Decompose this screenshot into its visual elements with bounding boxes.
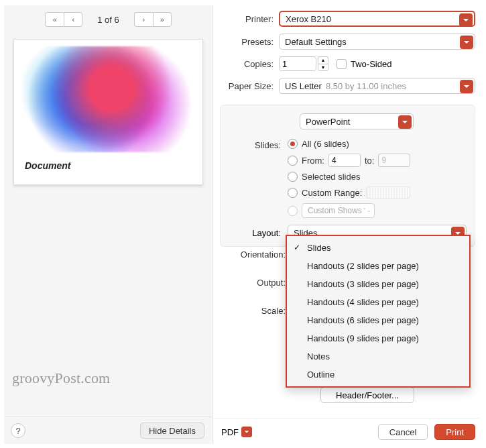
dropdown-caret-icon	[460, 36, 473, 49]
copies-stepper[interactable]: ▲▼	[318, 56, 328, 71]
presets-label: Presets:	[220, 37, 279, 47]
from-label: From:	[302, 156, 324, 166]
layout-option[interactable]: Slides	[287, 239, 469, 257]
presets-select[interactable]: Default Settings	[279, 34, 475, 50]
custom-shows-select: Custom Shows	[302, 203, 375, 218]
prev-page-button[interactable]: ‹	[64, 12, 82, 27]
print-button[interactable]: Print	[434, 424, 475, 440]
radio-all[interactable]	[288, 139, 298, 149]
dialog-footer: PDF Cancel Print	[213, 418, 479, 443]
dropdown-caret-icon	[460, 80, 473, 93]
preview-artwork	[22, 46, 194, 152]
settings-pane: Printer: Xerox B210 Presets: Default Set…	[213, 5, 482, 444]
layout-option[interactable]: Handouts (4 slides per page)	[287, 293, 469, 311]
two-sided-checkbox[interactable]	[337, 59, 347, 69]
app-select[interactable]: PowerPoint	[300, 113, 414, 129]
slides-label: Slides:	[221, 139, 288, 150]
dropdown-caret-icon	[398, 115, 412, 129]
paper-size-hint: 8.50 by 11.00 inches	[326, 81, 406, 91]
layout-option[interactable]: Notes	[287, 347, 469, 366]
printer-value: Xerox B210	[286, 14, 331, 24]
two-sided-label: Two-Sided	[351, 59, 391, 69]
printer-label: Printer:	[220, 14, 279, 24]
pdf-menu-button[interactable]: PDF	[221, 427, 252, 437]
to-input[interactable]	[378, 154, 410, 167]
last-page-button[interactable]: »	[153, 12, 172, 27]
page-indicator: 1 of 6	[97, 15, 119, 25]
pdf-label: PDF	[221, 427, 239, 437]
presets-value: Default Settings	[285, 37, 347, 47]
layout-option[interactable]: Handouts (3 slides per page)	[287, 275, 469, 293]
layout-option[interactable]: Outline	[287, 366, 469, 384]
radio-custom-shows	[288, 206, 298, 216]
output-label: Output:	[221, 278, 286, 290]
radio-selected-label: Selected slides	[302, 172, 360, 182]
slide-preview: Document	[13, 39, 203, 185]
app-value: PowerPoint	[306, 117, 350, 127]
app-section: PowerPoint Slides: All (6 slides) From: …	[220, 105, 475, 247]
dropdown-caret-icon	[459, 13, 473, 27]
radio-all-label: All (6 slides)	[302, 139, 349, 149]
radio-from[interactable]	[288, 156, 298, 166]
first-page-button[interactable]: «	[45, 12, 64, 27]
header-footer-button[interactable]: Header/Footer...	[320, 387, 414, 403]
layout-dropdown: Slides Handouts (2 slides per page) Hand…	[286, 235, 471, 388]
copies-label: Copies:	[220, 59, 279, 69]
next-page-button[interactable]: ›	[134, 12, 153, 27]
pager: « ‹ 1 of 6 › »	[4, 5, 212, 36]
preview-pane: « ‹ 1 of 6 › » Document groovyPost.com ?…	[4, 5, 213, 444]
layout-option[interactable]: Handouts (9 slides per page)	[287, 329, 469, 347]
chevron-down-icon	[241, 427, 252, 437]
paper-size-value: US Letter	[285, 81, 322, 91]
help-button[interactable]: ?	[11, 423, 25, 438]
watermark: groovyPost.com	[12, 370, 110, 387]
radio-selected[interactable]	[288, 172, 298, 182]
layout-option[interactable]: Handouts (2 slides per page)	[287, 257, 469, 275]
paper-size-select[interactable]: US Letter 8.50 by 11.00 inches	[279, 78, 475, 94]
from-input[interactable]	[328, 154, 361, 167]
radio-custom-range[interactable]	[288, 188, 298, 198]
to-label: to:	[365, 156, 374, 166]
orientation-label: Orientation:	[221, 249, 286, 262]
layout-option[interactable]: Handouts (6 slides per page)	[287, 311, 469, 329]
paper-size-label: Paper Size:	[220, 81, 279, 91]
cancel-button[interactable]: Cancel	[378, 424, 428, 440]
custom-range-field[interactable]	[366, 186, 410, 199]
preview-title: Document	[22, 156, 194, 178]
scale-label: Scale:	[221, 306, 286, 318]
hide-details-button[interactable]: Hide Details	[140, 423, 204, 439]
layout-label: Layout:	[221, 228, 288, 238]
printer-select[interactable]: Xerox B210	[279, 11, 475, 27]
radio-custom-range-label: Custom Range:	[302, 188, 362, 198]
copies-input[interactable]	[279, 56, 316, 71]
